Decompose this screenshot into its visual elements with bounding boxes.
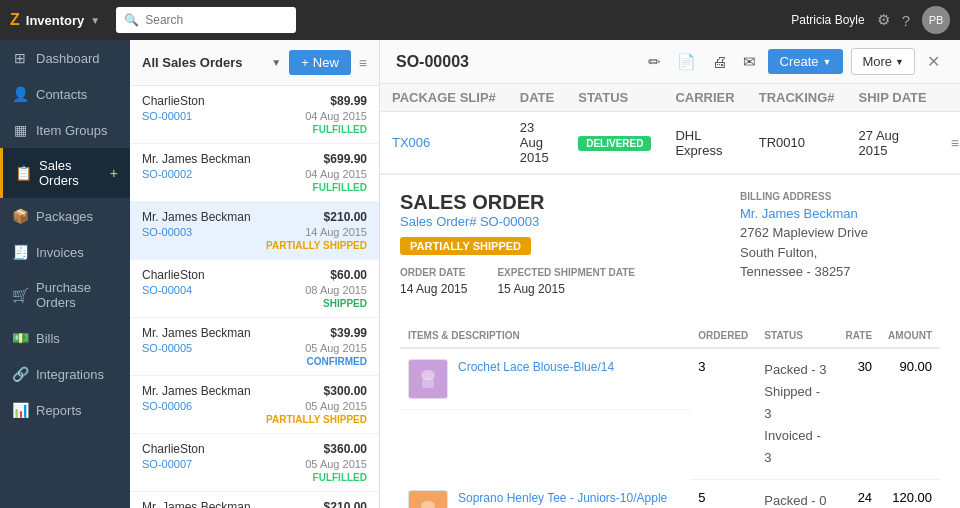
order-date: 05 Aug 2015 xyxy=(305,400,367,412)
shipment-date-val: 15 Aug 2015 xyxy=(497,282,635,296)
print-icon[interactable]: 🖨 xyxy=(708,49,731,74)
partially-shipped-badge: PARTIALLY SHIPPED xyxy=(400,237,531,255)
order-status: PARTIALLY SHIPPED xyxy=(266,240,367,251)
svg-rect-2 xyxy=(422,378,434,388)
filter-icon[interactable]: ≡ xyxy=(359,55,367,71)
billing-address: 2762 Mapleview Drive South Fulton, Tenne… xyxy=(740,223,940,282)
so-dates: ORDER DATE 14 Aug 2015 EXPECTED SHIPMENT… xyxy=(400,267,635,296)
help-icon[interactable]: ? xyxy=(902,12,910,29)
sidebar-item-dashboard[interactable]: ⊞ Dashboard xyxy=(0,40,130,76)
item-rate: 24 xyxy=(838,480,880,508)
more-label: More xyxy=(862,54,892,69)
order-date: 04 Aug 2015 xyxy=(305,168,367,180)
item-groups-icon: ▦ xyxy=(12,122,28,138)
sidebar-item-bills[interactable]: 💵 Bills xyxy=(0,320,130,356)
sidebar-item-purchase-orders[interactable]: 🛒 Purchase Orders xyxy=(0,270,130,320)
sidebar-item-sales-orders[interactable]: 📋 Sales Orders + xyxy=(0,148,130,198)
sidebar-item-item-groups[interactable]: ▦ Item Groups xyxy=(0,112,130,148)
item-status: Packed - 3Shipped - 3Invoiced - 3 xyxy=(756,348,837,480)
item-row: Crochet Lace Blouse-Blue/14 3 Packed - 3… xyxy=(400,348,940,480)
order-list-item[interactable]: CharlieSton $60.00 SO-00004 08 Aug 2015 … xyxy=(130,260,379,318)
close-icon[interactable]: ✕ xyxy=(923,48,944,75)
sidebar-label-item-groups: Item Groups xyxy=(36,123,118,138)
order-amount: $210.00 xyxy=(324,500,367,508)
order-date-item: ORDER DATE 14 Aug 2015 xyxy=(400,267,467,296)
items-table: ITEMS & DESCRIPTION ORDERED STATUS RATE … xyxy=(400,324,940,508)
col-tracking: TRACKING# xyxy=(747,84,847,112)
order-customer: CharlieSton xyxy=(142,94,205,108)
col-ship-date: SHIP DATE xyxy=(847,84,939,112)
item-name[interactable]: Soprano Henley Tee - Juniors-10/Apple Bu… xyxy=(458,490,682,508)
order-amount: $89.99 xyxy=(330,94,367,108)
new-order-button[interactable]: + New xyxy=(289,50,351,75)
item-rate: 30 xyxy=(838,348,880,480)
billing-addr-line1: 2762 Mapleview Drive xyxy=(740,223,940,243)
sidebar-item-reports[interactable]: 📊 Reports xyxy=(0,392,130,428)
sidebar-item-packages[interactable]: 📦 Packages xyxy=(0,198,130,234)
pkg-menu-icon[interactable]: ≡ xyxy=(951,135,959,151)
orders-list-dropdown-icon[interactable]: ▼ xyxy=(271,57,281,68)
email-icon[interactable]: ✉ xyxy=(739,49,760,75)
package-table: PACKAGE SLIP# DATE STATUS CARRIER TRACKI… xyxy=(380,84,960,174)
add-sales-order-icon[interactable]: + xyxy=(110,165,118,181)
detail-actions: ✏ 📄 🖨 ✉ Create ▼ More ▼ ✕ xyxy=(644,48,945,75)
more-button[interactable]: More ▼ xyxy=(851,48,915,75)
sidebar-item-integrations[interactable]: 🔗 Integrations xyxy=(0,356,130,392)
sidebar-label-reports: Reports xyxy=(36,403,118,418)
settings-icon[interactable]: ⚙ xyxy=(877,11,890,29)
search-input[interactable] xyxy=(145,13,288,27)
sidebar: ⊞ Dashboard 👤 Contacts ▦ Item Groups 📋 S… xyxy=(0,40,130,508)
create-button[interactable]: Create ▼ xyxy=(768,49,844,74)
order-customer: Mr. James Beckman xyxy=(142,384,251,398)
order-id: SO-00005 xyxy=(142,342,192,354)
search-bar[interactable]: 🔍 xyxy=(116,7,296,33)
bills-icon: 💵 xyxy=(12,330,28,346)
order-date: 08 Aug 2015 xyxy=(305,284,367,296)
order-list-item[interactable]: Mr. James Beckman $210.00 SO-00008 05 Au… xyxy=(130,492,379,508)
sidebar-label-packages: Packages xyxy=(36,209,118,224)
package-row: TX006 23 Aug 2015 DELIVERED DHL Express … xyxy=(380,112,960,174)
pkg-tracking: TR0010 xyxy=(747,112,847,174)
pkg-slip[interactable]: TX006 xyxy=(392,135,430,150)
shipment-date-label: EXPECTED SHIPMENT DATE xyxy=(497,267,635,278)
sidebar-item-contacts[interactable]: 👤 Contacts xyxy=(0,76,130,112)
order-list-item[interactable]: CharlieSton $360.00 SO-00007 05 Aug 2015… xyxy=(130,434,379,492)
sidebar-item-invoices[interactable]: 🧾 Invoices xyxy=(0,234,130,270)
sidebar-label-bills: Bills xyxy=(36,331,118,346)
detail-body: SALES ORDER Sales Order# SO-00003 PARTIA… xyxy=(380,175,960,508)
order-list-item[interactable]: Mr. James Beckman $210.00 SO-00003 14 Au… xyxy=(130,202,379,260)
item-amount: 120.00 xyxy=(880,480,940,508)
sidebar-label-invoices: Invoices xyxy=(36,245,118,260)
order-status: FULFILLED xyxy=(313,124,367,135)
order-list-item[interactable]: CharlieSton $89.99 SO-00001 04 Aug 2015 … xyxy=(130,86,379,144)
billing-addr-line2: South Fulton, xyxy=(740,243,940,263)
avatar[interactable]: PB xyxy=(922,6,950,34)
brand-dropdown-arrow[interactable]: ▼ xyxy=(90,15,100,26)
order-list-item[interactable]: Mr. James Beckman $39.99 SO-00005 05 Aug… xyxy=(130,318,379,376)
pdf-icon[interactable]: 📄 xyxy=(673,49,700,75)
detail-panel: SO-00003 ✏ 📄 🖨 ✉ Create ▼ More ▼ ✕ xyxy=(380,40,960,508)
col-date: DATE xyxy=(508,84,566,112)
order-list-item[interactable]: Mr. James Beckman $300.00 SO-00006 05 Au… xyxy=(130,376,379,434)
topbar: Z Inventory ▼ 🔍 Patricia Boyle ⚙ ? PB xyxy=(0,0,960,40)
item-name[interactable]: Crochet Lace Blouse-Blue/14 xyxy=(458,359,614,376)
edit-icon[interactable]: ✏ xyxy=(644,49,665,75)
pkg-carrier: DHL Express xyxy=(663,112,746,174)
item-ordered: 5 xyxy=(690,480,756,508)
order-amount: $210.00 xyxy=(324,210,367,224)
dashboard-icon: ⊞ xyxy=(12,50,28,66)
order-list-item[interactable]: Mr. James Beckman $699.90 SO-00002 04 Au… xyxy=(130,144,379,202)
order-date: 14 Aug 2015 xyxy=(305,226,367,238)
more-dropdown-icon: ▼ xyxy=(895,57,904,67)
orders-items-list: CharlieSton $89.99 SO-00001 04 Aug 2015 … xyxy=(130,86,379,508)
user-name: Patricia Boyle xyxy=(791,13,864,27)
so-header-row: SALES ORDER Sales Order# SO-00003 PARTIA… xyxy=(400,191,940,312)
order-status: SHIPPED xyxy=(323,298,367,309)
items-col-rate: RATE xyxy=(838,324,880,348)
billing-addr-line3: Tennessee - 38257 xyxy=(740,262,940,282)
col-slip: PACKAGE SLIP# xyxy=(380,84,508,112)
order-date: 04 Aug 2015 xyxy=(305,110,367,122)
so-title: SALES ORDER xyxy=(400,191,635,214)
sidebar-label-sales-orders: Sales Orders xyxy=(39,158,102,188)
so-number-label: Sales Order# xyxy=(400,214,477,229)
